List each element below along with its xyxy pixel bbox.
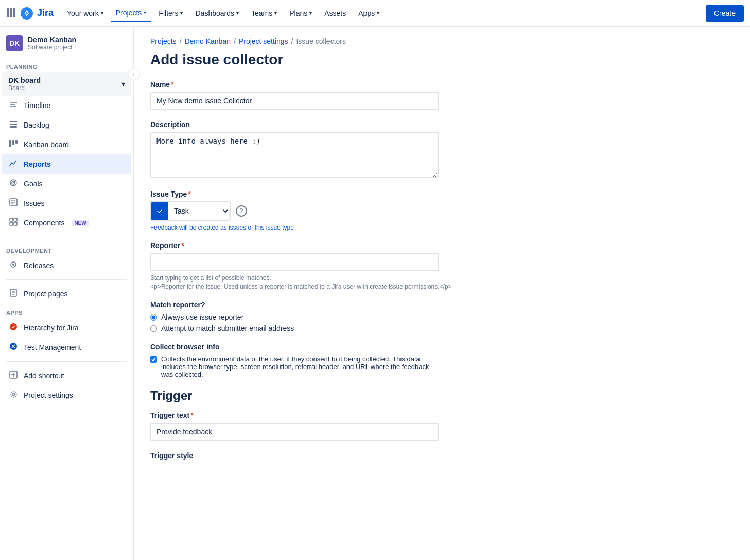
collect-browser-group: Collect browser info Collects the enviro… [150, 343, 581, 378]
sidebar-divider-3 [6, 361, 127, 362]
breadcrumb-project-settings[interactable]: Project settings [239, 37, 288, 45]
name-input[interactable] [150, 92, 439, 110]
sidebar-item-hierarchy-jira[interactable]: Hierarchy for Jira [2, 318, 131, 338]
name-label: Name* [150, 80, 581, 89]
sidebar-item-project-pages[interactable]: Project pages [2, 284, 131, 304]
reporter-field-group: Reporter* Start typing to get a list of … [150, 241, 581, 290]
backlog-icon [8, 119, 19, 131]
svg-rect-6 [7, 14, 9, 17]
name-field-group: Name* [150, 80, 581, 110]
svg-rect-28 [14, 222, 17, 225]
nav-plans[interactable]: Plans ▾ [284, 5, 317, 22]
sidebar-item-reports[interactable]: Reports [2, 154, 131, 174]
reporter-desc: <p>Reporter for the issue. Used unless a… [150, 283, 581, 290]
board-name: DK board [8, 76, 41, 84]
sidebar-item-add-shortcut[interactable]: Add shortcut [2, 366, 131, 386]
project-header: DK Demo Kanban Software project [0, 27, 133, 58]
trigger-text-group: Trigger text* [150, 411, 581, 441]
sidebar-item-test-management[interactable]: Test Management [2, 338, 131, 357]
chevron-down-icon: ▾ [101, 10, 103, 16]
sidebar-item-timeline[interactable]: Timeline [2, 96, 131, 115]
nav-teams[interactable]: Teams ▾ [246, 5, 282, 22]
description-textarea[interactable] [150, 132, 439, 178]
settings-icon [8, 390, 19, 401]
svg-rect-12 [10, 121, 17, 122]
match-submitter-radio[interactable] [150, 325, 157, 332]
chevron-down-icon: ▾ [274, 10, 277, 16]
trigger-title: Trigger [150, 389, 581, 403]
sidebar-item-components[interactable]: Components NEW [2, 213, 131, 233]
apps-section-label: APPS [0, 304, 133, 318]
nav-filters[interactable]: Filters ▾ [153, 5, 188, 22]
svg-rect-7 [10, 14, 12, 17]
project-type: Software project [28, 44, 76, 51]
collect-browser-checkbox[interactable] [150, 356, 157, 363]
issue-type-hint: Feedback will be created as issues of th… [150, 224, 581, 231]
sidebar-divider [6, 237, 127, 237]
sidebar-item-goals[interactable]: Goals [2, 174, 131, 194]
sidebar-divider-2 [6, 279, 127, 280]
issue-type-label: Issue Type* [150, 190, 581, 198]
sidebar-item-project-settings[interactable]: Project settings [2, 386, 131, 405]
trigger-text-label: Trigger text* [150, 411, 581, 419]
help-icon[interactable]: ? [236, 205, 247, 217]
description-label: Description [150, 120, 581, 129]
board-sub: Board [8, 84, 41, 92]
svg-rect-8 [13, 14, 15, 17]
logo-text: Jira [37, 8, 54, 19]
collect-browser-label: Collect browser info [150, 343, 581, 351]
issue-type-select[interactable]: Task Bug Story Epic [168, 203, 230, 219]
breadcrumb-projects[interactable]: Projects [150, 37, 177, 45]
planning-section-label: PLANNING [0, 58, 133, 72]
sidebar-item-issues[interactable]: Issues [2, 194, 131, 213]
nav-your-work[interactable]: Your work ▾ [62, 5, 109, 22]
chevron-down-icon: ▾ [377, 10, 379, 16]
svg-rect-14 [10, 126, 17, 128]
svg-rect-27 [10, 222, 13, 225]
sidebar-item-backlog[interactable]: Backlog [2, 115, 131, 135]
svg-rect-26 [14, 218, 17, 221]
sidebar-collapse-button[interactable]: ‹ [128, 68, 140, 80]
svg-point-30 [12, 264, 14, 266]
sidebar-item-kanban[interactable]: Kanban board [2, 135, 131, 154]
nav-apps[interactable]: Apps ▾ [353, 5, 385, 22]
create-button[interactable]: Create [706, 5, 744, 22]
svg-rect-17 [15, 140, 18, 144]
sidebar-item-board[interactable]: DK board Board ▾ [2, 72, 131, 96]
match-submitter-option[interactable]: Attempt to match submitter email address [150, 324, 581, 332]
components-icon [8, 217, 19, 229]
svg-rect-2 [13, 8, 15, 11]
sidebar: DK Demo Kanban Software project PLANNING… [0, 27, 134, 560]
svg-rect-4 [10, 11, 12, 14]
collect-browser-text: Collects the environment data of the use… [161, 355, 439, 378]
svg-rect-41 [156, 208, 163, 214]
nav-assets[interactable]: Assets [319, 5, 351, 22]
svg-rect-15 [9, 140, 11, 147]
issues-icon [8, 198, 19, 209]
grid-icon[interactable] [6, 8, 15, 19]
breadcrumb-demo-kanban[interactable]: Demo Kanban [184, 37, 231, 45]
test-management-icon [8, 342, 19, 353]
svg-rect-13 [10, 124, 17, 125]
sidebar-item-releases[interactable]: Releases [2, 256, 131, 275]
svg-rect-0 [7, 8, 9, 11]
svg-point-40 [12, 393, 15, 396]
chevron-down-icon: ▾ [309, 10, 312, 16]
reporter-input[interactable] [150, 253, 439, 271]
add-shortcut-icon [8, 370, 19, 381]
releases-icon [8, 260, 19, 271]
reporter-hint: Start typing to get a list of possible m… [150, 274, 581, 282]
nav-projects[interactable]: Projects ▾ [111, 5, 152, 22]
logo[interactable]: Jira [20, 6, 54, 21]
top-nav: Jira Your work ▾ Projects ▾ Filters ▾ Da… [0, 0, 750, 27]
svg-rect-5 [13, 11, 15, 14]
new-badge: NEW [72, 220, 89, 226]
nav-dashboards[interactable]: Dashboards ▾ [190, 5, 244, 22]
kanban-icon [8, 139, 19, 150]
page-title: Add issue collector [150, 51, 581, 68]
always-use-reporter-option[interactable]: Always use issue reporter [150, 313, 581, 321]
always-use-reporter-radio[interactable] [150, 314, 157, 321]
trigger-text-input[interactable] [150, 423, 439, 441]
svg-rect-25 [10, 218, 13, 221]
trigger-style-group: Trigger style [150, 451, 581, 460]
